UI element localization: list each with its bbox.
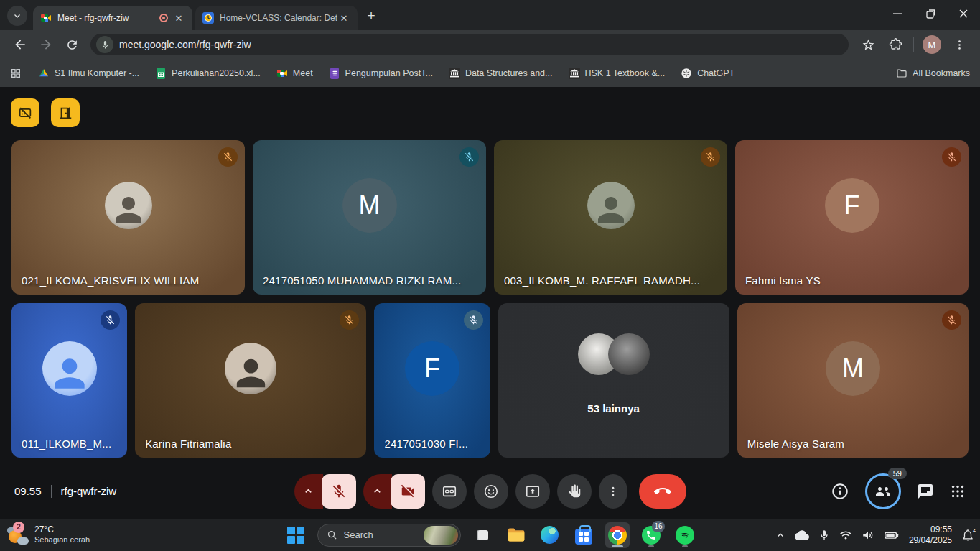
bookmark-item[interactable]: S1 Ilmu Komputer -... [38, 68, 139, 79]
meeting-details-button[interactable] [831, 482, 849, 501]
bookmark-star-icon[interactable] [857, 34, 879, 55]
taskbar-clock[interactable]: 09:55 29/04/2025 [909, 524, 952, 546]
window-close-button[interactable] [947, 0, 980, 27]
participant-tile[interactable]: M2417051050 MUHAMMAD RIZKI RAM... [253, 140, 486, 295]
window-restore-button[interactable] [914, 0, 947, 27]
forward-button[interactable] [36, 34, 56, 55]
bookmark-item[interactable]: Pengumpulan PostT... [329, 68, 433, 79]
photo-avatar [587, 182, 635, 229]
start-button[interactable] [284, 522, 308, 548]
back-button[interactable] [10, 34, 30, 55]
meeting-code: rfg-qwfr-ziw [61, 485, 117, 497]
tray-chevron-icon[interactable] [775, 530, 785, 540]
chat-panel-button[interactable] [917, 483, 934, 500]
browser-menu-icon[interactable] [948, 34, 970, 55]
avatar-container [11, 140, 245, 270]
notification-center-button[interactable]: z [961, 529, 974, 542]
camera-options-button[interactable] [363, 474, 392, 509]
participant-tile[interactable]: FFahmi Isma YS [735, 140, 969, 295]
taskbar-center: Search 16 [284, 519, 697, 551]
tray-mic-icon[interactable] [818, 529, 830, 541]
end-call-button[interactable] [639, 474, 686, 509]
participant-tile[interactable]: 021_ILKOMA_KRISVELIX WILLIAM [11, 140, 245, 295]
battery-icon[interactable] [884, 527, 900, 543]
emoji-icon [483, 483, 499, 499]
overflow-avatars [498, 333, 729, 375]
task-view-button[interactable] [470, 522, 495, 548]
participant-name: 011_ILKOMB_M... [22, 437, 111, 450]
windows-logo-icon [287, 527, 304, 544]
tab-vclass[interactable]: Home-VCLASS: Calendar: Detail ✕ [195, 6, 358, 30]
camera-off-button[interactable] [391, 474, 425, 509]
participant-tile[interactable]: Karina Fitriamalia [135, 303, 366, 458]
mic-options-button[interactable] [294, 474, 323, 509]
tab-meet[interactable]: Meet - rfg-qwfr-ziw ✕ [33, 6, 192, 30]
wifi-icon[interactable] [839, 529, 852, 542]
raise-hand-button[interactable] [557, 474, 592, 509]
extensions-icon[interactable] [885, 34, 906, 55]
all-bookmarks-button[interactable]: All Bookmarks [896, 68, 970, 79]
clock-date: 29/04/2025 [909, 535, 952, 546]
search-daily-image[interactable] [424, 526, 458, 545]
participant-tile[interactable]: F2417051030 FI... [374, 303, 490, 458]
tab-close-icon[interactable]: ✕ [172, 11, 185, 24]
weather-widget[interactable]: 2 27°C Sebagian cerah [7, 519, 90, 551]
bookmark-item[interactable]: Perkuliahan20250.xl... [155, 68, 261, 79]
door-warning-button[interactable] [51, 98, 80, 127]
whatsapp-button[interactable]: 16 [639, 522, 663, 548]
new-tab-button[interactable]: + [362, 6, 381, 25]
participant-name: 2417051030 FI... [384, 437, 468, 450]
profile-avatar[interactable]: M [923, 35, 941, 54]
file-explorer-button[interactable] [504, 522, 528, 548]
camera-control [363, 474, 425, 509]
chrome-button[interactable] [605, 522, 630, 548]
clock-time: 09:55 [909, 524, 952, 535]
present-button[interactable] [515, 474, 550, 509]
search-label: Search [344, 529, 424, 540]
meeting-clock: 09.55 [14, 485, 42, 497]
site-mic-indicator-icon[interactable] [96, 36, 113, 53]
store-icon [575, 529, 592, 545]
spotify-button[interactable] [673, 522, 697, 548]
mic-off-button[interactable] [322, 474, 356, 509]
reload-button[interactable] [62, 34, 82, 55]
tab-close-icon[interactable]: ✕ [337, 11, 350, 24]
grid-slash-icon [17, 105, 33, 121]
overflow-tile[interactable]: 53 lainnya [498, 303, 729, 458]
meet-warning-buttons [11, 98, 80, 127]
present-screen-icon [525, 483, 541, 499]
toolbar-right: M [854, 34, 973, 55]
microsoft-store-button[interactable] [571, 522, 596, 548]
activities-button[interactable] [950, 483, 966, 499]
info-icon [831, 482, 849, 501]
panel-disabled-warning-button[interactable] [11, 98, 39, 127]
hand-icon [566, 483, 582, 499]
bookmark-item[interactable]: Data Structures and... [449, 68, 553, 79]
more-options-button[interactable] [599, 474, 627, 509]
onedrive-icon[interactable] [795, 528, 809, 542]
avatar-container [11, 303, 127, 433]
bookmark-item[interactable]: ChatGPT [681, 68, 734, 79]
window-minimize-button[interactable] [881, 0, 914, 27]
overflow-count-label: 53 lainnya [498, 402, 729, 415]
participants-count-badge: 59 [888, 468, 907, 479]
address-bar[interactable]: meet.google.com/rfg-qwfr-ziw [90, 34, 849, 55]
avatar-container [135, 303, 366, 433]
people-panel-button[interactable]: 59 [865, 473, 901, 509]
participant-tile[interactable]: 003_ILKOMB_M. RAFFAEL RAMADH... [494, 140, 727, 295]
reactions-button[interactable] [474, 474, 508, 509]
default-avatar [42, 341, 97, 396]
tab-search-button[interactable] [7, 6, 27, 26]
bookmark-item[interactable]: Meet [276, 68, 313, 79]
notification-badge: 2 [13, 522, 24, 533]
volume-icon[interactable] [862, 529, 874, 542]
edge-button[interactable] [538, 522, 562, 548]
bookmark-item[interactable]: HSK 1 Textbook &... [569, 68, 666, 79]
participant-tile[interactable]: 011_ILKOMB_M... [11, 303, 127, 458]
captions-button[interactable] [432, 474, 467, 509]
apps-grid-icon[interactable] [10, 68, 22, 79]
bookmark-label: Meet [293, 68, 313, 78]
participant-tile[interactable]: MMisele Aisya Saram [737, 303, 969, 458]
taskbar-search[interactable]: Search [317, 524, 461, 547]
avatar-container [494, 140, 727, 270]
